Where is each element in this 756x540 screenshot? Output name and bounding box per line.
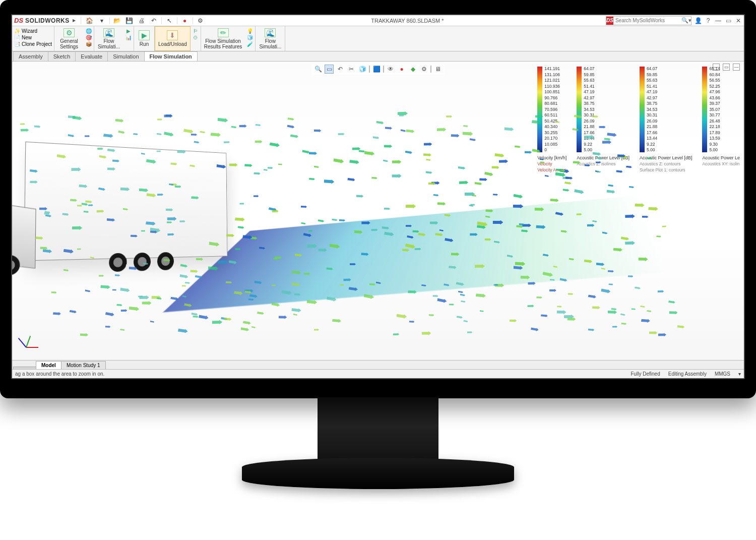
restore-icon[interactable]: ▭	[725, 17, 732, 24]
velocity-arrow	[409, 320, 415, 323]
tab-evaluate[interactable]: Evaluate	[75, 51, 108, 61]
velocity-arrow	[531, 327, 539, 332]
section-view-icon[interactable]: ✂	[347, 65, 356, 74]
new-button[interactable]: 📄New	[14, 34, 52, 40]
viewport-icon[interactable]: 🖥	[433, 65, 443, 74]
btab-model[interactable]: Model	[36, 361, 61, 369]
flow-sim-button-1[interactable]: 🌊 Flow Simulati...	[94, 26, 123, 51]
viewport[interactable]: 🔍 ▭ ↶ ✂ 🧊 🟦 👁 ● ◆ ⚙ 🖥 — ▭ —	[12, 62, 744, 360]
status-menu-icon[interactable]: ▾	[738, 371, 741, 377]
velocity-arrow	[121, 309, 128, 312]
tab-sketch[interactable]: Sketch	[48, 51, 76, 61]
velocity-arrow	[540, 161, 545, 163]
app-window: DS SOLIDWORKS ▶ 🏠 ▾ 📂 💾 🖨 ↶ ↖ ● ⚙ TRAKKA…	[11, 14, 745, 379]
velocity-arrow	[536, 296, 542, 298]
close-icon[interactable]: ✕	[735, 17, 742, 24]
home-icon[interactable]: 🏠	[85, 17, 94, 25]
velocity-arrow	[472, 195, 477, 197]
wizard-button[interactable]: ✨Wizard	[14, 28, 52, 34]
velocity-arrow	[80, 333, 88, 336]
new-doc-icon[interactable]: ▾	[97, 17, 106, 25]
velocity-arrow	[133, 133, 138, 135]
velocity-arrow	[550, 198, 559, 202]
mini-btn-8[interactable]: 💡	[247, 28, 253, 34]
tab-assembly[interactable]: Assembly	[13, 51, 48, 61]
appearance-icon[interactable]: ●	[397, 65, 406, 74]
velocity-arrow	[339, 219, 345, 222]
velocity-arrow	[70, 198, 77, 202]
velocity-arrow	[628, 186, 634, 188]
options-icon[interactable]: ⚙	[196, 17, 205, 25]
select-icon[interactable]: ↖	[165, 17, 174, 25]
zoom-fit-icon[interactable]: 🔍	[313, 65, 323, 74]
minimize-icon[interactable]: —	[715, 17, 722, 24]
velocity-arrow	[474, 264, 484, 269]
scene-icon[interactable]: ◆	[408, 65, 417, 74]
flow-results-button[interactable]: ✏ Flow Simulation Results Features	[201, 26, 245, 51]
search-box[interactable]: DS 🔍 ▾	[606, 16, 691, 25]
user-icon[interactable]: 👤	[695, 17, 702, 24]
mini-btn-1[interactable]: 🌐	[86, 28, 92, 34]
print-icon[interactable]: 🖨	[137, 17, 146, 25]
mini-btn-3[interactable]: 📦	[86, 41, 92, 47]
rebuild-icon[interactable]: ●	[180, 17, 190, 25]
mini-btn-5[interactable]: 📊	[125, 34, 132, 40]
velocity-arrow	[364, 150, 375, 156]
save-icon[interactable]: 💾	[125, 17, 134, 25]
prev-view-icon[interactable]: ↶	[336, 65, 345, 74]
velocity-arrow	[444, 237, 453, 243]
view-orient-icon[interactable]: 🧊	[358, 65, 367, 74]
separator	[383, 66, 384, 73]
velocity-arrow	[396, 313, 407, 319]
velocity-arrow	[437, 128, 447, 132]
zoom-area-icon[interactable]: ▭	[325, 65, 334, 74]
undo-icon[interactable]: ↶	[149, 17, 158, 25]
velocity-arrow	[635, 203, 645, 208]
velocity-arrow	[612, 326, 617, 328]
velocity-arrow	[72, 225, 82, 230]
open-icon[interactable]: 📂	[113, 17, 122, 25]
search-icon[interactable]: 🔍	[681, 17, 688, 24]
velocity-arrow	[621, 322, 627, 325]
velocity-arrow	[384, 144, 392, 148]
velocity-arrow	[239, 125, 247, 128]
velocity-arrow	[555, 211, 564, 216]
mini-btn-9[interactable]: 🧊	[247, 34, 253, 40]
settings-mini-stack: 🌐 🎯 📦	[84, 26, 94, 51]
search-input[interactable]	[613, 18, 681, 23]
clone-button[interactable]: 📑Clone Project	[14, 41, 52, 47]
velocity-arrow	[463, 320, 468, 323]
run-button[interactable]: ▶ Run	[134, 26, 154, 51]
btab-motion-study[interactable]: Motion Study 1	[61, 361, 106, 369]
tab-flow-simulation[interactable]: Flow Simulation	[144, 51, 198, 61]
velocity-arrow	[625, 241, 636, 246]
mini-btn-10[interactable]: 🧪	[247, 41, 253, 47]
status-units[interactable]: MMGS	[715, 371, 730, 377]
velocity-arrow	[412, 230, 419, 233]
velocity-arrow	[534, 207, 544, 211]
separator	[369, 66, 370, 73]
general-settings-button[interactable]: ⚙ General Settings	[54, 26, 84, 51]
velocity-arrow	[620, 236, 629, 242]
hide-show-icon[interactable]: 👁	[386, 65, 395, 74]
mini-btn-6[interactable]: 🏳	[193, 28, 199, 34]
velocity-arrow	[384, 231, 394, 237]
brand-menu[interactable]: DS SOLIDWORKS ▶	[14, 17, 81, 24]
velocity-arrow	[592, 115, 598, 118]
mini-btn-7[interactable]: ⏲	[193, 34, 199, 40]
velocity-arrow	[267, 167, 273, 169]
view-settings-icon[interactable]: ⚙	[419, 65, 428, 74]
display-style-icon[interactable]: 🟦	[372, 65, 381, 74]
flow-sim-button-2[interactable]: 🌊 Flow Simulati...	[256, 26, 285, 51]
velocity-arrow	[40, 246, 48, 250]
orientation-triad[interactable]	[21, 333, 41, 353]
velocity-arrow	[375, 281, 381, 284]
load-unload-button[interactable]: ⬇ Load/Unload	[155, 26, 191, 51]
velocity-arrow	[513, 204, 523, 208]
mini-btn-4[interactable]: ▶	[125, 28, 132, 34]
tab-simulation[interactable]: Simulation	[107, 51, 144, 61]
velocity-arrow	[384, 207, 390, 210]
mini-btn-2[interactable]: 🎯	[86, 34, 92, 40]
help-icon[interactable]: ?	[705, 17, 712, 24]
search-dropdown-icon[interactable]: ▾	[688, 17, 691, 24]
